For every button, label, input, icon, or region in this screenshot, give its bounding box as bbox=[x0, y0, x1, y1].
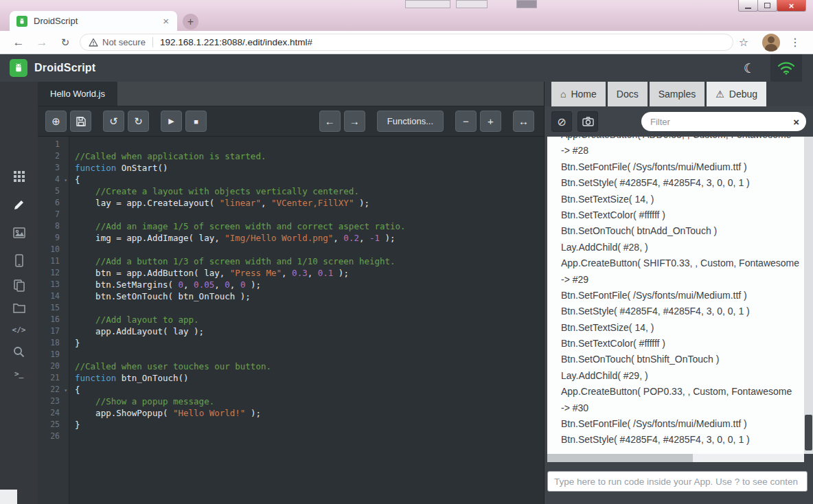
code-line[interactable]: 9 img = app.AddImage( lay, "Img/Hello Wo… bbox=[38, 232, 544, 244]
undo-button[interactable]: ↺ bbox=[103, 111, 124, 132]
add-file-button[interactable]: ⊕ bbox=[45, 111, 67, 132]
close-window-button[interactable]: × bbox=[777, 0, 806, 12]
horizontal-scrollbar[interactable] bbox=[547, 454, 804, 462]
code-line[interactable]: 24 app.ShowPopup( "Hello World!" ); bbox=[38, 407, 544, 419]
code-line[interactable]: 21function btn_OnTouch() bbox=[38, 372, 544, 384]
font-larger-button[interactable]: + bbox=[480, 111, 501, 132]
log-row: Lay.AddChild( #28, ) bbox=[561, 240, 804, 255]
code-line[interactable]: 23 //Show a popup message. bbox=[38, 396, 544, 407]
nav-next-button[interactable]: → bbox=[344, 111, 365, 132]
filter-input[interactable] bbox=[641, 117, 786, 127]
debug-log[interactable]: App.CreateButton( ADD0.33, , Custom, Fon… bbox=[547, 137, 804, 454]
code-line[interactable]: 17 app.AddLayout( lay ); bbox=[38, 325, 544, 337]
window-controls: × bbox=[739, 0, 806, 12]
log-row: Btn.SetStyle( #4285F4, #4285F4, 3, 0, 0,… bbox=[561, 432, 804, 448]
code-line[interactable]: 11 //Add a button 1/3 of screen width an… bbox=[38, 255, 544, 267]
code-line[interactable]: 6 lay = app.CreateLayout( "linear", "VCe… bbox=[38, 197, 544, 209]
code-line[interactable]: 22▾{ bbox=[38, 384, 544, 396]
maximize-button[interactable] bbox=[757, 0, 777, 12]
code-line[interactable]: 5 //Create a layout with objects vertica… bbox=[38, 185, 544, 197]
run-button[interactable]: ▶ bbox=[161, 111, 182, 132]
apps-grid-icon[interactable] bbox=[0, 167, 38, 186]
new-tab-button[interactable]: + bbox=[183, 14, 198, 30]
main-area: </> >_ Hello World.js ⊕ ↺ ↻ ▶ bbox=[0, 82, 813, 504]
wifi-status[interactable] bbox=[770, 54, 802, 82]
code-line[interactable]: 19 bbox=[38, 349, 544, 360]
code-text: //Create a layout with objects verticall… bbox=[69, 185, 359, 197]
log-row: Btn.SetOnTouch( btnShift_OnTouch ) bbox=[561, 352, 804, 367]
line-number: 26 bbox=[38, 431, 69, 442]
copy-pages-icon[interactable] bbox=[0, 276, 38, 295]
pencil-icon[interactable] bbox=[0, 195, 38, 214]
code-editor[interactable]: 12//Called when application is started.3… bbox=[38, 137, 544, 504]
save-to-device-button[interactable] bbox=[70, 111, 91, 132]
code-line[interactable]: 1 bbox=[38, 139, 544, 150]
filter-box[interactable]: × bbox=[641, 112, 806, 131]
search-icon[interactable] bbox=[0, 342, 38, 361]
terminal-icon[interactable]: >_ bbox=[0, 364, 38, 383]
wrap-toggle-button[interactable]: ↔ bbox=[513, 111, 534, 132]
filter-clear-icon[interactable]: × bbox=[786, 116, 806, 128]
minimize-button[interactable] bbox=[738, 0, 758, 12]
stop-button[interactable]: ■ bbox=[185, 111, 207, 132]
file-tab-hello-world[interactable]: Hello World.js bbox=[38, 82, 117, 106]
code-text: btn.SetMargins( 0, 0.05, 0, 0 ); bbox=[69, 279, 261, 290]
functions-dropdown[interactable]: Functions... bbox=[377, 111, 444, 132]
screenshot-button[interactable] bbox=[577, 111, 598, 132]
dark-mode-moon-icon[interactable]: ☾ bbox=[744, 54, 755, 82]
not-secure-warning-icon bbox=[89, 38, 98, 47]
app-header: DroidScript ☾ bbox=[0, 54, 813, 82]
tab-home[interactable]: ⌂ Home bbox=[551, 82, 606, 106]
console-input[interactable] bbox=[548, 472, 807, 491]
profile-avatar[interactable] bbox=[762, 34, 780, 51]
line-number: 21 bbox=[38, 372, 69, 384]
phone-icon[interactable] bbox=[0, 251, 38, 270]
horizontal-scrollbar-thumb[interactable] bbox=[547, 454, 693, 462]
fold-marker-icon[interactable]: ▾ bbox=[64, 385, 67, 396]
reload-button[interactable]: ↻ bbox=[55, 31, 76, 54]
font-smaller-button[interactable]: − bbox=[455, 111, 477, 132]
code-line[interactable]: 25} bbox=[38, 419, 544, 431]
code-line[interactable]: 15 bbox=[38, 302, 544, 314]
code-line[interactable]: 12 btn = app.AddButton( lay, "Press Me",… bbox=[38, 267, 544, 279]
debug-toolbar: ⊘ × bbox=[545, 106, 813, 137]
code-line[interactable]: 13 btn.SetMargins( 0, 0.05, 0, 0 ); bbox=[38, 279, 544, 290]
tab-docs[interactable]: Docs bbox=[608, 82, 648, 106]
image-icon[interactable] bbox=[0, 223, 38, 242]
line-number: 9 bbox=[38, 232, 69, 244]
panel-tabbar: ⌂ Home Docs Samples ⚠ Debug bbox=[545, 82, 813, 106]
editor-column: Hello World.js ⊕ ↺ ↻ ▶ ■ ← → Functions..… bbox=[38, 82, 545, 504]
code-line[interactable]: 18} bbox=[38, 337, 544, 349]
code-icon[interactable]: </> bbox=[0, 320, 38, 339]
redo-button[interactable]: ↻ bbox=[128, 111, 149, 132]
omnibox[interactable]: Not secure 192.168.1.221:8088/.edit/inde… bbox=[80, 34, 733, 51]
bookmark-star-icon[interactable]: ☆ bbox=[739, 31, 748, 54]
tab-debug[interactable]: ⚠ Debug bbox=[707, 82, 766, 106]
vertical-scrollbar-thumb[interactable] bbox=[805, 415, 812, 450]
tab-close-icon[interactable]: × bbox=[161, 15, 170, 27]
code-line[interactable]: 3function OnStart() bbox=[38, 162, 544, 174]
code-line[interactable]: 10 bbox=[38, 244, 544, 255]
code-line[interactable]: 7 bbox=[38, 209, 544, 220]
code-line[interactable]: 26 bbox=[38, 431, 544, 442]
back-button[interactable]: ← bbox=[8, 31, 29, 54]
line-number: 4▾ bbox=[38, 174, 69, 185]
line-number: 6 bbox=[38, 197, 69, 209]
code-line[interactable]: 14 btn.SetOnTouch( btn_OnTouch ); bbox=[38, 290, 544, 302]
tab-samples[interactable]: Samples bbox=[650, 82, 705, 106]
vertical-scrollbar[interactable] bbox=[804, 137, 813, 454]
code-line[interactable]: 16 //Add layout to app. bbox=[38, 314, 544, 325]
log-row: -> #29 bbox=[561, 272, 804, 288]
security-label[interactable]: Not secure bbox=[102, 37, 146, 47]
code-line[interactable]: 8 //Add an image 1/5 of screen width and… bbox=[38, 220, 544, 232]
folder-export-icon[interactable] bbox=[0, 298, 38, 317]
forward-button[interactable]: → bbox=[32, 31, 52, 54]
code-line[interactable]: 20//Called when user touches our button. bbox=[38, 360, 544, 372]
fold-marker-icon[interactable]: ▾ bbox=[64, 174, 67, 186]
code-line[interactable]: 2//Called when application is started. bbox=[38, 150, 544, 162]
clear-log-button[interactable]: ⊘ bbox=[551, 111, 572, 132]
browser-tab[interactable]: DroidScript × bbox=[10, 11, 177, 31]
browser-menu-icon[interactable]: ⋮ bbox=[790, 31, 801, 54]
nav-prev-button[interactable]: ← bbox=[319, 111, 341, 132]
code-line[interactable]: 4▾{ bbox=[38, 174, 544, 185]
